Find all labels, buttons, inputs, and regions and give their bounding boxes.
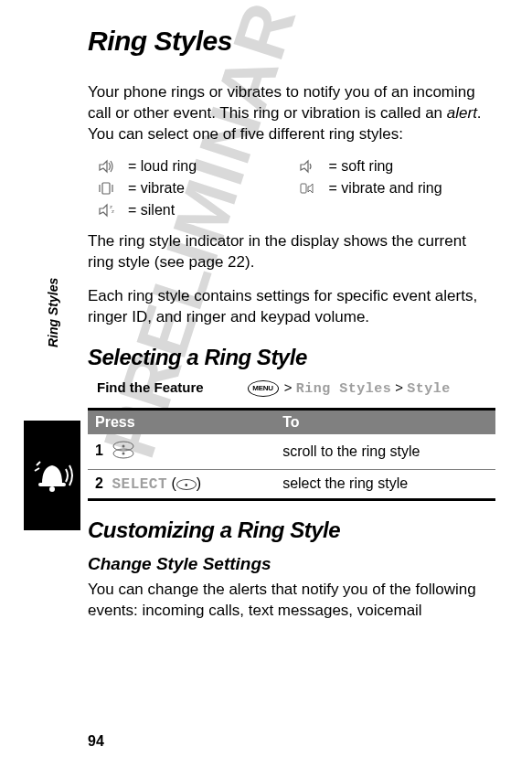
loud-ring-icon	[97, 158, 115, 175]
soft-ring-icon	[298, 158, 316, 175]
select-label: SELECT	[112, 476, 167, 493]
svg-rect-1	[301, 184, 306, 193]
find-feature-label: Find the Feature	[97, 379, 204, 395]
soft-ring-label: = soft ring	[329, 158, 495, 175]
side-bell-icon	[24, 421, 80, 530]
customizing-heading: Customizing a Ring Style	[88, 517, 495, 543]
path-ring-styles: Ring Styles	[296, 381, 392, 397]
step-description: scroll to the ring style	[275, 434, 495, 470]
vibrate-label: = vibrate	[128, 180, 250, 197]
main-content: Ring Styles Your phone rings or vibrates…	[88, 26, 495, 621]
table-row: 1 scroll to the ring style	[88, 434, 495, 470]
step-description: select the ring style	[275, 469, 495, 499]
col-to: To	[275, 409, 495, 434]
intro-paragraph: Your phone rings or vibrates to notify y…	[88, 82, 495, 145]
instruction-table: Press To 1	[88, 408, 495, 501]
table-row: 2 SELECT (•) select the ring style	[88, 469, 495, 499]
step-number: 1	[95, 443, 108, 459]
loud-ring-label: = loud ring	[128, 158, 250, 175]
svg-point-6	[122, 444, 125, 447]
step-number: 2	[95, 475, 108, 492]
intro-alert-word: alert	[447, 104, 477, 122]
silent-label: = silent	[128, 202, 250, 219]
svg-point-7	[122, 452, 125, 454]
find-feature-line: Find the Feature MENU > Ring Styles > St…	[97, 379, 495, 397]
page-number: 94	[88, 733, 104, 750]
path-sep-2: >	[395, 379, 403, 395]
path-style: Style	[407, 381, 451, 397]
contains-paragraph: Each ring style contains settings for sp…	[88, 286, 495, 328]
selecting-heading: Selecting a Ring Style	[88, 345, 495, 370]
silent-icon: zz	[97, 202, 115, 219]
vibrate-ring-label: = vibrate and ring	[329, 180, 495, 197]
svg-point-9	[49, 486, 55, 492]
side-tab-label: Ring Styles	[46, 278, 60, 347]
svg-rect-8	[38, 483, 66, 486]
intro-lead: Your phone rings or vibrates to notify y…	[88, 83, 475, 122]
vibrate-ring-icon	[298, 180, 316, 197]
page-title: Ring Styles	[88, 26, 495, 57]
col-press: Press	[88, 409, 275, 434]
change-settings-heading: Change Style Settings	[88, 554, 495, 574]
svg-text:z: z	[112, 208, 114, 214]
menu-key-icon: MENU	[248, 380, 279, 397]
scroll-key-icon	[112, 440, 135, 464]
ring-styles-grid: = loud ring = soft ring = vibrate = vibr…	[97, 158, 495, 219]
indicator-paragraph: The ring style indicator in the display …	[88, 231, 495, 273]
vibrate-icon	[97, 180, 115, 197]
change-paragraph: You can change the alerts that notify yo…	[88, 580, 495, 622]
svg-rect-0	[102, 183, 110, 194]
path-sep-1: >	[284, 379, 293, 395]
softkey-icon: •	[176, 479, 197, 490]
